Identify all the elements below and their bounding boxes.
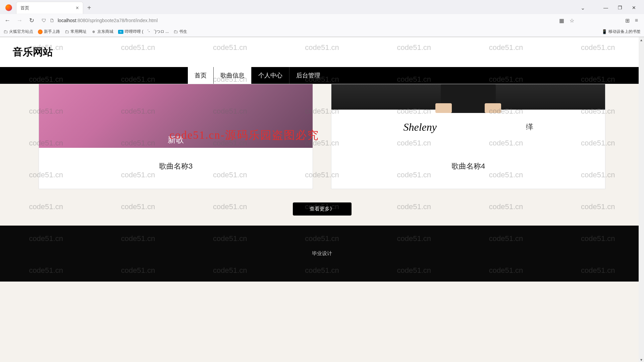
tab-bar: 首页 × + ⌄ — ❐ ✕ <box>0 0 644 14</box>
bilibili-icon: tv <box>118 30 123 34</box>
song-card-4[interactable]: Sheleny 缂 歌曲名称4 <box>331 84 605 189</box>
tabs-dropdown-icon[interactable]: ⌄ <box>581 5 585 11</box>
folder-icon: 🗀 <box>173 29 178 34</box>
forward-button[interactable]: → <box>15 17 23 24</box>
page-header: 音乐网站 <box>0 37 644 67</box>
view-more-button[interactable]: 查看更多》 <box>293 202 352 216</box>
browser-chrome: 首页 × + ⌄ — ❐ ✕ ← → ↻ 🛡 🗋 localhost:8080/… <box>0 0 644 37</box>
image-chinese-text: 缂 <box>526 122 533 132</box>
bookmarks-toolbar: 🗀 火狐官方站点 新手上路 🗀 常用网址 ⊕ 京东商城 tv 哔哩哔哩 ( ゜-… <box>0 27 644 37</box>
folder-icon: 🗀 <box>65 29 69 34</box>
bookmark-common-sites[interactable]: 🗀 常用网址 <box>65 29 87 35</box>
song-title-3: 歌曲名称3 <box>46 161 306 171</box>
nav-home[interactable]: 首页 <box>188 67 214 84</box>
page-footer: 毕业设计 <box>0 226 644 282</box>
new-tab-button[interactable]: + <box>85 3 94 13</box>
bookmark-jd[interactable]: ⊕ 京东商城 <box>91 29 113 35</box>
scroll-up-icon[interactable]: ▲ <box>639 37 644 43</box>
song-title-4: 歌曲名称4 <box>338 161 598 171</box>
menu-icon[interactable]: ≡ <box>635 17 638 23</box>
tab-title: 首页 <box>20 5 72 11</box>
back-button[interactable]: ← <box>3 17 11 24</box>
signature-text: Sheleny <box>403 121 437 133</box>
song-card-3[interactable]: 新歌 歌曲名称3 <box>39 84 313 189</box>
bookmark-bilibili[interactable]: tv 哔哩哔哩 ( ゜- ゜)つロ ... <box>118 29 169 35</box>
scrollbar[interactable]: ▲ ▼ <box>639 37 644 362</box>
scroll-down-icon[interactable]: ▼ <box>639 357 644 362</box>
close-window-button[interactable]: ✕ <box>631 5 637 10</box>
firefox-logo-icon <box>5 4 12 11</box>
mobile-icon: 📱 <box>602 29 607 34</box>
song-image-3: 新歌 <box>39 84 313 148</box>
navigation-bar: ← → ↻ 🛡 🗋 localhost:8080/springboote2a78… <box>0 14 644 27</box>
folder-icon: 🗀 <box>3 29 8 34</box>
close-tab-icon[interactable]: × <box>76 5 79 11</box>
browser-tab[interactable]: 首页 × <box>16 2 83 14</box>
nav-songs[interactable]: 歌曲信息 <box>214 67 252 84</box>
main-navigation: 首页 歌曲信息 个人中心 后台管理 <box>0 67 644 84</box>
window-controls: ⌄ — ❐ ✕ <box>581 5 641 11</box>
bookmark-mobile[interactable]: 📱 移动设备上的书签 <box>602 29 641 35</box>
reload-button[interactable]: ↻ <box>28 17 36 24</box>
bookmark-getting-started[interactable]: 新手上路 <box>38 29 60 35</box>
firefox-icon <box>38 29 43 34</box>
content-area: 新歌 歌曲名称3 Sheleny 缂 歌曲名称4 <box>0 84 644 226</box>
song-cards-row: 新歌 歌曲名称3 Sheleny 缂 歌曲名称4 <box>39 84 605 189</box>
bookmark-shusheng[interactable]: 🗀 书生 <box>173 29 187 35</box>
page-viewport: 音乐网站 首页 歌曲信息 个人中心 后台管理 新歌 歌曲名称3 <box>0 37 644 362</box>
nav-admin[interactable]: 后台管理 <box>289 67 327 84</box>
bookmark-firefox-official[interactable]: 🗀 火狐官方站点 <box>3 29 33 35</box>
bookmark-star-icon[interactable]: ☆ <box>570 17 574 24</box>
maximize-button[interactable]: ❐ <box>616 5 623 10</box>
url-text: localhost:8080/springboote2a78/front/ind… <box>58 18 158 23</box>
site-title: 音乐网站 <box>13 45 631 59</box>
extensions-icon[interactable]: ⊞ <box>625 17 630 24</box>
image-caption: 新歌 <box>168 134 184 145</box>
jd-icon: ⊕ <box>91 29 96 34</box>
qr-icon[interactable]: ▦ <box>559 17 564 24</box>
nav-personal[interactable]: 个人中心 <box>252 67 289 84</box>
address-bar[interactable]: 🛡 🗋 localhost:8080/springboote2a78/front… <box>40 18 555 23</box>
minimize-button[interactable]: — <box>602 5 609 10</box>
info-icon: 🗋 <box>50 18 54 23</box>
shield-icon: 🛡 <box>42 18 46 23</box>
song-image-4: Sheleny 缂 <box>331 84 605 148</box>
footer-text: 毕业设计 <box>312 250 332 256</box>
